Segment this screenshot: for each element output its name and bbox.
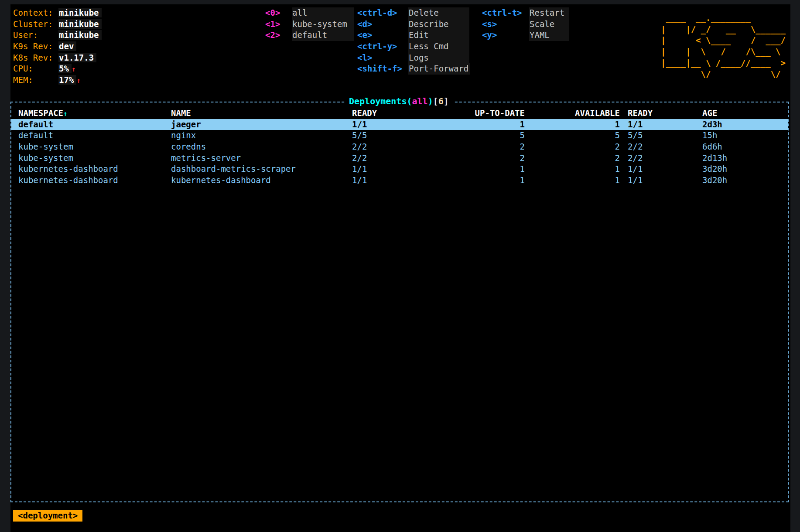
cell-up-to-date: 5 [437, 130, 525, 141]
cluster-info-row: MEM:17%↑ [13, 75, 102, 86]
action-menu-item[interactable]: <s>Scale [482, 19, 569, 30]
cell-age: 3d20h [694, 164, 788, 175]
cluster-info-value: minikube [58, 19, 102, 29]
cell-ready: 1/1 [352, 175, 437, 186]
table-row[interactable]: defaultjaeger1/1111/12d3h [11, 119, 788, 130]
namespace-menu-item[interactable]: <0>all [265, 7, 354, 19]
cell-ready-2: 2/2 [620, 141, 694, 153]
action-menu-item-label: Scale [529, 19, 569, 30]
cluster-info-value: minikube [58, 30, 102, 40]
table-row[interactable]: defaultnginx5/5555/515h [11, 130, 788, 141]
cell-age: 2d13h [694, 153, 788, 164]
namespace-menu-item-key: <2> [265, 30, 292, 41]
action-menu-item[interactable]: <ctrl-d>Delete [357, 7, 470, 19]
cluster-info-label: CPU: [13, 63, 58, 75]
cell-age: 3d20h [694, 175, 788, 186]
action-menu-item[interactable]: <ctrl-t>Restart [482, 7, 569, 19]
deployments-table: Deployments(all)[6] NAMESPACE↑ NAME READ… [10, 102, 789, 502]
sort-ascending-icon: ↑ [63, 109, 68, 118]
table-header-row: NAMESPACE↑ NAME READY UP-TO-DATE AVAILAB… [11, 108, 788, 119]
cell-ready: 1/1 [352, 119, 437, 130]
cell-namespace: kube-system [18, 141, 171, 153]
metric-up-arrow-icon: ↑ [72, 65, 76, 73]
cluster-info-label: Cluster: [13, 19, 58, 30]
cluster-info-row: Context:minikube [13, 7, 102, 19]
cluster-info-row: Cluster:minikube [13, 19, 102, 30]
cluster-info-label: MEM: [13, 75, 58, 86]
cell-namespace: kubernetes-dashboard [18, 175, 171, 186]
column-header-ready: READY [352, 108, 437, 119]
action-menu-item[interactable]: <l>Logs [357, 52, 470, 64]
action-menu-item-key: <e> [357, 30, 408, 41]
cluster-info-row: K8s Rev:v1.17.3 [13, 52, 102, 64]
actions-menu-primary: <ctrl-d>Delete<d>Describe<e>Edit<ctrl-y>… [357, 7, 470, 75]
namespace-menu-item[interactable]: <1>kube-system [265, 19, 354, 30]
action-menu-item[interactable]: <d>Describe [357, 19, 470, 30]
cluster-info-label: K9s Rev: [13, 41, 58, 52]
cell-ready: 2/2 [352, 141, 437, 153]
resource-crumb[interactable]: <deployment> [13, 510, 82, 522]
cluster-info-row: User:minikube [13, 30, 102, 41]
action-menu-item-key: <ctrl-y> [357, 41, 408, 52]
cell-age: 2d3h [694, 119, 788, 130]
cluster-info-value: minikube [58, 8, 102, 17]
column-header-name: NAME [171, 108, 352, 119]
cell-up-to-date: 1 [437, 164, 525, 175]
action-menu-item-label: Restart [529, 7, 569, 19]
cell-ready: 1/1 [352, 164, 437, 175]
cell-available: 5 [525, 130, 620, 141]
cell-age: 15h [694, 130, 788, 141]
table-row[interactable]: kube-systemcoredns2/2222/26d6h [11, 141, 788, 153]
cluster-info-row: K9s Rev:dev [13, 41, 102, 52]
k9s-terminal: Context:minikubeCluster:minikubeUser:min… [10, 4, 790, 532]
action-menu-item-key: <shift-f> [357, 63, 408, 75]
cell-ready: 5/5 [352, 130, 437, 141]
metric-up-arrow-icon: ↑ [76, 76, 81, 85]
table-row[interactable]: kubernetes-dashboardkubernetes-dashboard… [11, 175, 788, 186]
table-row[interactable]: kubernetes-dashboarddashboard-metrics-sc… [11, 164, 788, 175]
action-menu-item-key: <y> [482, 30, 529, 41]
action-menu-item[interactable]: <y>YAML [482, 30, 569, 41]
cell-available: 1 [525, 119, 620, 130]
action-menu-item[interactable]: <e>Edit [357, 30, 470, 41]
table-rows: defaultjaeger1/1111/12d3hdefaultnginx5/5… [11, 119, 788, 186]
cell-name: nginx [171, 130, 352, 141]
action-menu-item-label: Describe [408, 19, 469, 30]
cell-name: jaeger [171, 119, 352, 130]
table-row[interactable]: kube-systemmetrics-server2/2222/22d13h [11, 153, 788, 164]
action-menu-item-label: Less Cmd [408, 41, 469, 52]
cell-ready-2: 1/1 [620, 175, 694, 186]
action-menu-item[interactable]: <shift-f>Port-Forward [357, 63, 470, 75]
cluster-info: Context:minikubeCluster:minikubeUser:min… [13, 7, 102, 86]
action-menu-item-key: <d> [357, 19, 408, 30]
cell-available: 2 [525, 153, 620, 164]
column-header-namespace-label: NAMESPACE [18, 108, 63, 118]
cell-ready-2: 2/2 [620, 153, 694, 164]
cluster-info-value: 5% [58, 64, 72, 73]
action-menu-item-label: Port-Forward [408, 63, 470, 75]
cell-name: kubernetes-dashboard [171, 175, 352, 186]
cell-namespace: kube-system [18, 153, 171, 164]
column-header-age: AGE [694, 108, 788, 119]
column-header-available: AVAILABLE [525, 108, 620, 119]
action-menu-item-key: <l> [357, 52, 408, 64]
cell-ready-2: 5/5 [620, 130, 694, 141]
cluster-info-value: 17% [58, 75, 76, 85]
namespace-menu-item[interactable]: <2>default [265, 30, 354, 41]
cell-name: metrics-server [171, 153, 352, 164]
action-menu-item-key: <ctrl-d> [357, 7, 408, 19]
cell-namespace: default [18, 119, 171, 130]
cluster-info-row: CPU:5%↑ [13, 63, 102, 75]
cell-up-to-date: 1 [437, 175, 525, 186]
cell-namespace: default [18, 130, 171, 141]
column-header-namespace: NAMESPACE↑ [18, 108, 171, 119]
action-menu-item[interactable]: <ctrl-y>Less Cmd [357, 41, 470, 52]
cell-up-to-date: 1 [437, 119, 525, 130]
namespace-menu-item-key: <1> [265, 19, 292, 30]
column-header-up-to-date: UP-TO-DATE [437, 108, 525, 119]
namespace-menu: <0>all<1>kube-system<2>default [265, 7, 354, 41]
cell-age: 6d6h [694, 141, 788, 153]
cell-namespace: kubernetes-dashboard [18, 164, 171, 175]
cell-ready-2: 1/1 [620, 164, 694, 175]
cluster-info-label: K8s Rev: [13, 52, 58, 64]
